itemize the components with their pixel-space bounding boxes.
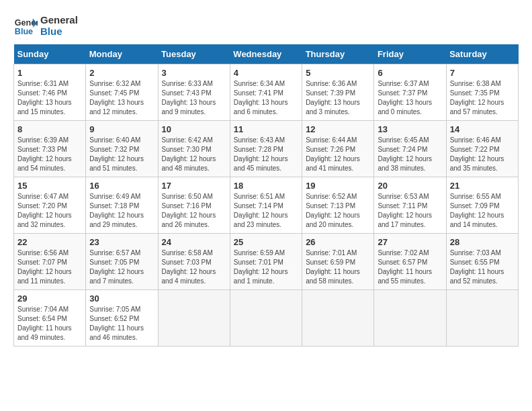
day-cell: 9Sunrise: 6:40 AM Sunset: 7:32 PM Daylig…	[86, 121, 158, 177]
logo-general: General	[40, 14, 78, 26]
day-cell: 13Sunrise: 6:45 AM Sunset: 7:24 PM Dayli…	[374, 121, 446, 177]
day-cell: 21Sunrise: 6:55 AM Sunset: 7:09 PM Dayli…	[446, 177, 518, 234]
day-number: 6	[378, 68, 442, 78]
day-info: Sunrise: 7:02 AM Sunset: 6:57 PM Dayligh…	[378, 248, 442, 286]
week-row-1: 1Sunrise: 6:31 AM Sunset: 7:46 PM Daylig…	[14, 64, 519, 121]
day-info: Sunrise: 6:57 AM Sunset: 7:05 PM Dayligh…	[89, 248, 154, 286]
day-cell: 14Sunrise: 6:46 AM Sunset: 7:22 PM Dayli…	[446, 121, 518, 177]
day-number: 14	[450, 124, 515, 134]
day-info: Sunrise: 6:32 AM Sunset: 7:45 PM Dayligh…	[89, 79, 154, 117]
day-number: 19	[306, 181, 370, 191]
day-cell	[230, 290, 302, 347]
day-cell: 25Sunrise: 6:59 AM Sunset: 7:01 PM Dayli…	[230, 234, 302, 290]
day-cell: 18Sunrise: 6:51 AM Sunset: 7:14 PM Dayli…	[230, 177, 302, 234]
day-info: Sunrise: 7:04 AM Sunset: 6:54 PM Dayligh…	[17, 305, 82, 342]
day-cell: 11Sunrise: 6:43 AM Sunset: 7:28 PM Dayli…	[230, 121, 302, 177]
day-info: Sunrise: 7:03 AM Sunset: 6:55 PM Dayligh…	[450, 248, 515, 286]
day-info: Sunrise: 6:33 AM Sunset: 7:43 PM Dayligh…	[162, 79, 226, 117]
day-info: Sunrise: 6:51 AM Sunset: 7:14 PM Dayligh…	[234, 192, 298, 230]
day-cell: 26Sunrise: 7:01 AM Sunset: 6:59 PM Dayli…	[302, 234, 374, 290]
logo: General Blue General Blue	[13, 13, 78, 38]
calendar-body: 1Sunrise: 6:31 AM Sunset: 7:46 PM Daylig…	[14, 64, 519, 347]
day-header-wednesday: Wednesday	[230, 44, 302, 64]
day-cell	[374, 290, 446, 347]
day-info: Sunrise: 6:55 AM Sunset: 7:09 PM Dayligh…	[450, 192, 515, 230]
day-info: Sunrise: 6:31 AM Sunset: 7:46 PM Dayligh…	[17, 79, 82, 117]
calendar-table: SundayMondayTuesdayWednesdayThursdayFrid…	[13, 44, 519, 347]
day-info: Sunrise: 6:40 AM Sunset: 7:32 PM Dayligh…	[89, 136, 154, 173]
day-info: Sunrise: 7:01 AM Sunset: 6:59 PM Dayligh…	[306, 248, 370, 286]
day-header-friday: Friday	[374, 44, 446, 64]
day-cell: 28Sunrise: 7:03 AM Sunset: 6:55 PM Dayli…	[446, 234, 518, 290]
day-info: Sunrise: 6:58 AM Sunset: 7:03 PM Dayligh…	[162, 248, 226, 286]
day-cell: 15Sunrise: 6:47 AM Sunset: 7:20 PM Dayli…	[14, 177, 86, 234]
day-number: 9	[89, 124, 154, 134]
day-cell: 6Sunrise: 6:37 AM Sunset: 7:37 PM Daylig…	[374, 64, 446, 121]
day-number: 8	[17, 124, 82, 134]
day-number: 28	[450, 237, 515, 247]
day-cell	[158, 290, 230, 347]
day-header-monday: Monday	[86, 44, 158, 64]
day-cell: 8Sunrise: 6:39 AM Sunset: 7:33 PM Daylig…	[14, 121, 86, 177]
svg-text:Blue: Blue	[15, 27, 33, 36]
day-cell: 22Sunrise: 6:56 AM Sunset: 7:07 PM Dayli…	[14, 234, 86, 290]
day-cell: 1Sunrise: 6:31 AM Sunset: 7:46 PM Daylig…	[14, 64, 86, 121]
day-header-sunday: Sunday	[14, 44, 86, 64]
day-cell: 30Sunrise: 7:05 AM Sunset: 6:52 PM Dayli…	[86, 290, 158, 347]
day-info: Sunrise: 6:44 AM Sunset: 7:26 PM Dayligh…	[306, 136, 370, 173]
day-header-tuesday: Tuesday	[158, 44, 230, 64]
day-number: 2	[89, 68, 154, 78]
day-number: 7	[450, 68, 515, 78]
day-number: 24	[162, 237, 226, 247]
day-number: 15	[17, 181, 82, 191]
day-info: Sunrise: 6:45 AM Sunset: 7:24 PM Dayligh…	[378, 136, 442, 173]
day-number: 10	[162, 124, 226, 134]
day-cell: 3Sunrise: 6:33 AM Sunset: 7:43 PM Daylig…	[158, 64, 230, 121]
week-row-2: 8Sunrise: 6:39 AM Sunset: 7:33 PM Daylig…	[14, 121, 519, 177]
day-info: Sunrise: 6:59 AM Sunset: 7:01 PM Dayligh…	[234, 248, 298, 286]
day-number: 25	[234, 237, 298, 247]
logo-blue: Blue	[40, 26, 78, 37]
day-info: Sunrise: 7:05 AM Sunset: 6:52 PM Dayligh…	[89, 305, 154, 342]
day-info: Sunrise: 6:38 AM Sunset: 7:35 PM Dayligh…	[450, 79, 515, 117]
day-cell: 7Sunrise: 6:38 AM Sunset: 7:35 PM Daylig…	[446, 64, 518, 121]
day-number: 17	[162, 181, 226, 191]
page-header: General Blue General Blue	[13, 13, 519, 38]
day-info: Sunrise: 6:47 AM Sunset: 7:20 PM Dayligh…	[17, 192, 82, 230]
day-number: 5	[306, 68, 370, 78]
day-number: 29	[17, 293, 82, 304]
day-info: Sunrise: 6:49 AM Sunset: 7:18 PM Dayligh…	[89, 192, 154, 230]
day-number: 12	[306, 124, 370, 134]
week-row-4: 22Sunrise: 6:56 AM Sunset: 7:07 PM Dayli…	[14, 234, 519, 290]
day-info: Sunrise: 6:46 AM Sunset: 7:22 PM Dayligh…	[450, 136, 515, 173]
day-cell: 29Sunrise: 7:04 AM Sunset: 6:54 PM Dayli…	[14, 290, 86, 347]
day-info: Sunrise: 6:52 AM Sunset: 7:13 PM Dayligh…	[306, 192, 370, 230]
day-number: 1	[17, 68, 82, 78]
day-number: 3	[162, 68, 226, 78]
day-cell: 20Sunrise: 6:53 AM Sunset: 7:11 PM Dayli…	[374, 177, 446, 234]
day-info: Sunrise: 6:53 AM Sunset: 7:11 PM Dayligh…	[378, 192, 442, 230]
day-cell: 12Sunrise: 6:44 AM Sunset: 7:26 PM Dayli…	[302, 121, 374, 177]
day-info: Sunrise: 6:43 AM Sunset: 7:28 PM Dayligh…	[234, 136, 298, 173]
day-info: Sunrise: 6:42 AM Sunset: 7:30 PM Dayligh…	[162, 136, 226, 173]
day-number: 23	[89, 237, 154, 247]
day-number: 11	[234, 124, 298, 134]
day-info: Sunrise: 6:39 AM Sunset: 7:33 PM Dayligh…	[17, 136, 82, 173]
day-number: 18	[234, 181, 298, 191]
day-cell: 19Sunrise: 6:52 AM Sunset: 7:13 PM Dayli…	[302, 177, 374, 234]
day-header-saturday: Saturday	[446, 44, 518, 64]
day-cell: 17Sunrise: 6:50 AM Sunset: 7:16 PM Dayli…	[158, 177, 230, 234]
week-row-5: 29Sunrise: 7:04 AM Sunset: 6:54 PM Dayli…	[14, 290, 519, 347]
day-cell	[302, 290, 374, 347]
day-cell: 4Sunrise: 6:34 AM Sunset: 7:41 PM Daylig…	[230, 64, 302, 121]
day-number: 20	[378, 181, 442, 191]
day-number: 16	[89, 181, 154, 191]
day-number: 30	[89, 293, 154, 304]
day-cell: 23Sunrise: 6:57 AM Sunset: 7:05 PM Dayli…	[86, 234, 158, 290]
day-info: Sunrise: 6:37 AM Sunset: 7:37 PM Dayligh…	[378, 79, 442, 117]
day-cell: 27Sunrise: 7:02 AM Sunset: 6:57 PM Dayli…	[374, 234, 446, 290]
day-number: 21	[450, 181, 515, 191]
day-cell: 16Sunrise: 6:49 AM Sunset: 7:18 PM Dayli…	[86, 177, 158, 234]
day-cell: 10Sunrise: 6:42 AM Sunset: 7:30 PM Dayli…	[158, 121, 230, 177]
week-row-3: 15Sunrise: 6:47 AM Sunset: 7:20 PM Dayli…	[14, 177, 519, 234]
